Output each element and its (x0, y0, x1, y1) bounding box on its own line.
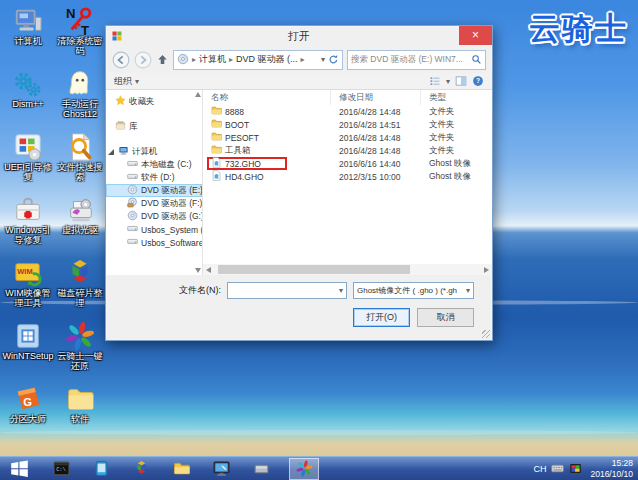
tree-item--d-[interactable]: 软件 (D:) (106, 171, 202, 184)
tree-item-dvd-g-[interactable]: DVD 驱动器 (G:) (106, 210, 202, 223)
resize-grip[interactable] (482, 330, 490, 338)
display-color-icon[interactable] (569, 462, 582, 475)
expand-icon[interactable] (108, 149, 114, 155)
tree-item-label: 库 (129, 121, 138, 133)
back-icon[interactable] (112, 51, 130, 69)
taskbar-clock[interactable]: 15:28 2016/10/10 (590, 458, 633, 479)
file-name: 8888 (225, 107, 244, 117)
tree-item--[interactable]: 计算机 (106, 145, 202, 158)
organize-button[interactable]: 组织▾ (114, 75, 139, 88)
desktop-icon-partition-master[interactable]: G分区大师 (2, 382, 54, 445)
tree-item--c-[interactable]: 本地磁盘 (C:) (106, 158, 202, 171)
tree-item-dvd-f-[interactable]: DVD 驱动器 (F:) (106, 197, 202, 210)
open-button[interactable]: 打开(O) (353, 308, 410, 327)
file-name-cell[interactable]: HD4.GHO (207, 170, 287, 183)
file-name-cell[interactable]: 8888 (207, 105, 287, 118)
file-row-工具箱[interactable]: 工具箱2016/4/28 14:48文件夹 (203, 144, 492, 157)
keyboard-icon[interactable] (551, 462, 564, 475)
ghost-icon (65, 67, 95, 99)
cancel-button[interactable]: 取消 (417, 308, 474, 327)
file-row-732.gho[interactable]: 732.GHO2016/6/16 14:40Ghost 映像 (203, 157, 492, 170)
taskbar-yunqishi-icon[interactable] (289, 458, 319, 480)
horizontal-scrollbar[interactable] (203, 264, 492, 275)
tree-scrollbar[interactable] (193, 92, 202, 273)
up-icon[interactable] (156, 53, 169, 66)
file-type: 文件夹 (421, 145, 492, 157)
scrollbar-thumb[interactable] (218, 265, 410, 274)
folder-tree: 收藏夹库计算机本地磁盘 (C:)软件 (D:)DVD 驱动器 (E:)DVD 驱… (106, 90, 203, 275)
windows-boot-repair-icon (13, 193, 43, 225)
file-name: 732.GHO (225, 159, 261, 169)
chevron-down-icon[interactable]: ▾ (321, 55, 325, 64)
close-icon[interactable]: × (459, 26, 492, 45)
desktop-icon-label: 清除系统密码 (54, 36, 106, 56)
file-name-cell[interactable]: 工具箱 (207, 144, 287, 157)
desktop-icon-uefi-repair[interactable]: UEFI引导修复 (2, 130, 54, 193)
view-list-icon[interactable] (429, 75, 441, 87)
desktop-icon-defrag[interactable]: 磁盘碎片整理 (54, 256, 106, 319)
scroll-left-icon[interactable] (206, 267, 211, 273)
filetype-select[interactable]: Ghost镜像文件 ( .gho ) (*.gh ▾ (353, 282, 474, 299)
open-dialog: 打开 × ▸ 计算机 ▸ DVD 驱动器 (... ▸ ▾ 搜索 DVD 驱动器… (105, 25, 493, 341)
chevron-down-icon[interactable]: ▾ (446, 77, 450, 86)
file-name-cell[interactable]: PESOFT (207, 131, 287, 144)
desktop-icon-label: 手动运行Ghost12 (54, 99, 106, 119)
taskbar-tablet-icon[interactable] (89, 458, 113, 480)
desktop-icon-winntsetup[interactable]: WinNTSetup (2, 319, 54, 382)
uefi-repair-icon (13, 130, 43, 162)
taskbar-explorer-icon[interactable] (169, 458, 193, 480)
start-button[interactable] (5, 459, 33, 478)
language-indicator[interactable]: CH (533, 464, 546, 474)
desktop-icon-clear-password[interactable]: NT清除系统密码 (54, 4, 106, 67)
file-date: 2016/4/28 14:51 (331, 120, 421, 130)
desktop: 云骑士 计算机NT清除系统密码Dism++手动运行Ghost12UEFI引导修复… (0, 0, 638, 480)
tree-item-usbos_software[interactable]: Usbos_Software (106, 236, 202, 249)
file-date: 2016/6/16 14:40 (331, 159, 421, 169)
tree-item-label: 收藏夹 (129, 96, 155, 108)
file-row-8888[interactable]: 88882016/4/28 14:48文件夹 (203, 105, 492, 118)
desktop-icon-folder[interactable]: 软件 (54, 382, 106, 445)
tree-item--[interactable]: 库 (106, 120, 202, 133)
taskbar-cubes-icon[interactable] (129, 458, 153, 480)
tree-item-usbos_system-[interactable]: Usbos_System ( (106, 223, 202, 236)
desktop-icon-yunqishi-restore[interactable]: 云骑士一键还原 (54, 319, 106, 382)
scroll-right-icon[interactable] (484, 267, 489, 273)
tree-item-dvd-e-[interactable]: DVD 驱动器 (E:) (106, 184, 202, 197)
chevron-down-icon[interactable]: ▾ (339, 286, 343, 295)
filename-input[interactable]: ▾ (227, 282, 347, 299)
taskbar-display-icon[interactable] (209, 458, 233, 480)
column-date[interactable]: 修改日期 (331, 90, 421, 105)
desktop-icon-file-search[interactable]: 文件快速搜索 (54, 130, 106, 193)
help-icon[interactable]: ? (472, 75, 484, 87)
search-input[interactable]: 搜索 DVD 驱动器 (E:) WIN7... (347, 50, 486, 70)
breadcrumb[interactable]: ▸ 计算机 ▸ DVD 驱动器 (... ▸ ▾ (173, 50, 343, 70)
desktop-icon-dism[interactable]: Dism++ (2, 67, 54, 130)
dialog-titlebar[interactable]: 打开 × (106, 26, 492, 46)
filename-field[interactable] (228, 284, 339, 297)
file-name-cell[interactable]: 732.GHO (207, 157, 287, 170)
desktop-icon-wim-tool[interactable]: WIMWIM映像管理工具 (2, 256, 54, 319)
forward-icon[interactable] (134, 51, 152, 69)
file-row-boot[interactable]: BOOT2016/4/28 14:51文件夹 (203, 118, 492, 131)
tree-item--[interactable]: 收藏夹 (106, 95, 202, 108)
breadcrumb-computer[interactable]: 计算机 (199, 53, 226, 66)
scroll-down-icon[interactable] (195, 268, 201, 273)
folder-sm-icon (211, 131, 222, 144)
scroll-up-icon[interactable] (195, 92, 201, 97)
desktop-icon-windows-boot-repair[interactable]: Windows引导修复 (2, 193, 54, 256)
preview-pane-icon[interactable] (455, 75, 467, 87)
column-name[interactable]: 名称 (203, 90, 331, 105)
breadcrumb-dvd-drive[interactable]: DVD 驱动器 (... (236, 53, 298, 66)
dialog-footer: 文件名(N): ▾ Ghost镜像文件 ( .gho ) (*.gh ▾ 打开(… (106, 275, 492, 341)
taskbar-hardware-icon[interactable] (249, 458, 273, 480)
desktop-icon-virtual-drive[interactable]: 虚拟光驱 (54, 193, 106, 256)
column-type[interactable]: 类型 (421, 90, 492, 105)
desktop-icon-computer[interactable]: 计算机 (2, 4, 54, 67)
taskbar-cmd-icon[interactable]: C:\ (49, 458, 73, 480)
file-row-hd4.gho[interactable]: HD4.GHO2012/3/15 10:00Ghost 映像 (203, 170, 492, 183)
file-name: HD4.GHO (225, 172, 264, 182)
refresh-icon[interactable] (328, 54, 339, 65)
file-row-pesoft[interactable]: PESOFT2016/4/28 14:48文件夹 (203, 131, 492, 144)
file-name-cell[interactable]: BOOT (207, 118, 287, 131)
desktop-icon-ghost[interactable]: 手动运行Ghost12 (54, 67, 106, 130)
